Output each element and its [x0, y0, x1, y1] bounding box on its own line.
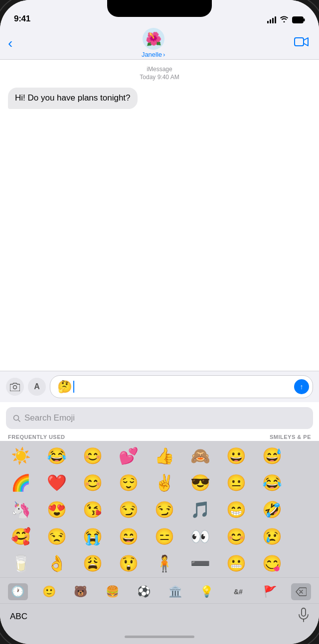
- input-area: A 🤔 ↑: [0, 371, 319, 402]
- section-label-frequently: FREQUENTLY USED: [8, 434, 65, 440]
- video-call-button[interactable]: [294, 36, 309, 50]
- emoji-tired[interactable]: 😩: [75, 550, 111, 576]
- contact-info[interactable]: 🌺 Janelle ›: [142, 28, 165, 58]
- content-wrapper: ‹ 🌺 Janelle › iMessage Today 9: [0, 27, 319, 644]
- category-recent[interactable]: 🕐: [8, 583, 28, 600]
- emoji-eyes[interactable]: 👀: [182, 524, 218, 549]
- emoji-cry[interactable]: 😭: [75, 524, 111, 549]
- svg-rect-5: [302, 608, 306, 616]
- input-emoji: 🤔: [57, 380, 72, 394]
- emoji-relieved[interactable]: 😌: [111, 470, 147, 496]
- section-label-smileys: SMILEYS & PE: [270, 434, 311, 440]
- emoji-monkey[interactable]: 🙈: [182, 443, 218, 469]
- abc-bar: ABC: [0, 603, 319, 629]
- svg-rect-1: [304, 18, 305, 21]
- back-arrow-icon: ‹: [8, 35, 12, 51]
- emoji-row-5: 🥛 👌 😩 😲 🧍 ➖ 😬 😋: [3, 550, 316, 576]
- emoji-tear[interactable]: 😢: [254, 524, 290, 549]
- emoji-grimace[interactable]: 😬: [218, 550, 254, 576]
- category-animals[interactable]: 🐻: [71, 583, 91, 600]
- emoji-search-bar[interactable]: Search Emoji: [6, 407, 313, 429]
- emoji-glass[interactable]: 🥛: [3, 550, 39, 576]
- avatar: 🌺: [143, 28, 164, 50]
- message-container: iMessage Today 9:40 AM Hi! Do you have p…: [0, 60, 319, 371]
- emoji-sweat[interactable]: 😅: [254, 443, 290, 469]
- svg-point-4: [14, 415, 19, 420]
- emoji-lovesmile[interactable]: 🥰: [3, 524, 39, 549]
- category-flags[interactable]: 🚩: [260, 583, 280, 600]
- emoji-heart[interactable]: ❤️: [39, 470, 75, 496]
- text-input-content: 🤔: [57, 380, 74, 394]
- emoji-happy[interactable]: 😊: [75, 470, 111, 496]
- emoji-person[interactable]: 🧍: [147, 550, 182, 576]
- emoji-beam[interactable]: 😁: [218, 497, 254, 523]
- wifi-icon: [280, 15, 289, 24]
- emoji-neutral[interactable]: 😐: [218, 470, 254, 496]
- abc-label[interactable]: ABC: [10, 612, 27, 622]
- app-button[interactable]: A: [28, 378, 46, 396]
- emoji-sun[interactable]: ☀️: [3, 443, 39, 469]
- nav-bar: ‹ 🌺 Janelle ›: [0, 27, 319, 60]
- emoji-dash[interactable]: ➖: [182, 550, 218, 576]
- emoji-rainbow[interactable]: 🌈: [3, 470, 39, 496]
- emoji-category-bar: 🕐 🙂 🐻 🍔 ⚽ 🏛️ 💡 &# 🚩: [0, 577, 319, 603]
- emoji-row-2: 🌈 ❤️ 😊 😌 ✌️ 😎 😐 😂: [3, 470, 316, 496]
- delete-icon: [296, 587, 307, 596]
- category-smileys[interactable]: 🙂: [39, 583, 59, 600]
- text-input-wrapper: 🤔 ↑: [50, 375, 313, 398]
- emoji-expressionless[interactable]: 😑: [147, 524, 182, 549]
- battery-icon: [292, 16, 305, 23]
- emoji-hearts[interactable]: 💕: [111, 443, 147, 469]
- send-button[interactable]: ↑: [294, 379, 309, 394]
- svg-rect-2: [295, 38, 304, 46]
- home-indicator: [0, 629, 319, 644]
- camera-button[interactable]: [6, 378, 24, 396]
- emoji-wink[interactable]: 😏: [147, 497, 182, 523]
- emoji-unamused[interactable]: 😒: [39, 524, 75, 549]
- mic-icon[interactable]: [298, 608, 309, 626]
- text-cursor: [73, 381, 74, 393]
- notch: [107, 0, 212, 17]
- category-travel[interactable]: 🏛️: [165, 583, 185, 600]
- search-icon: [13, 415, 20, 422]
- emoji-hearteyes[interactable]: 😍: [39, 497, 75, 523]
- emoji-peace[interactable]: ✌️: [147, 470, 182, 496]
- home-bar: [125, 636, 194, 638]
- emoji-unicorn[interactable]: 🦄: [3, 497, 39, 523]
- svg-point-3: [13, 386, 17, 389]
- emoji-astonish[interactable]: 😲: [111, 550, 147, 576]
- contact-name: Janelle: [142, 51, 162, 58]
- emoji-kiss[interactable]: 😘: [75, 497, 111, 523]
- emoji-row-1: ☀️ 😂 😊 💕 👍 🙈 😀 😅: [3, 443, 316, 469]
- emoji-bigsmile[interactable]: 😄: [111, 524, 147, 549]
- status-icons: [267, 15, 305, 24]
- emoji-grin[interactable]: 😀: [218, 443, 254, 469]
- search-placeholder: Search Emoji: [24, 413, 75, 423]
- emoji-laughcry[interactable]: 😂: [254, 470, 290, 496]
- emoji-smile[interactable]: 😊: [75, 443, 111, 469]
- category-sports[interactable]: ⚽: [134, 583, 154, 600]
- back-button[interactable]: ‹: [8, 35, 12, 51]
- incoming-bubble: Hi! Do you have plans tonight?: [8, 88, 138, 109]
- contact-name-arrow: ›: [163, 51, 165, 58]
- category-food[interactable]: 🍔: [102, 583, 122, 600]
- emoji-yum[interactable]: 😋: [254, 550, 290, 576]
- emoji-thumbsup[interactable]: 👍: [147, 443, 182, 469]
- emoji-rofl[interactable]: 🤣: [254, 497, 290, 523]
- svg-rect-0: [293, 16, 304, 23]
- emoji-section-labels: FREQUENTLY USED SMILEYS & PE: [0, 432, 319, 441]
- emoji-smirk[interactable]: 😏: [111, 497, 147, 523]
- delete-button[interactable]: [291, 583, 311, 600]
- category-objects[interactable]: 💡: [197, 583, 217, 600]
- text-input-box[interactable]: 🤔: [50, 375, 313, 398]
- emoji-ok[interactable]: 👌: [39, 550, 75, 576]
- emoji-music[interactable]: 🎵: [182, 497, 218, 523]
- signal-icon: [267, 16, 276, 23]
- emoji-cool[interactable]: 😎: [182, 470, 218, 496]
- emoji-grid: ☀️ 😂 😊 💕 👍 🙈 😀 😅 🌈 ❤️ 😊 😌 ✌️ 😎 😐 😂: [0, 441, 319, 577]
- category-symbols[interactable]: &#: [228, 583, 248, 600]
- emoji-grinning[interactable]: 😊: [218, 524, 254, 549]
- emoji-laugh[interactable]: 😂: [39, 443, 75, 469]
- send-arrow-icon: ↑: [300, 383, 304, 391]
- message-bubble-row: Hi! Do you have plans tonight?: [8, 88, 311, 109]
